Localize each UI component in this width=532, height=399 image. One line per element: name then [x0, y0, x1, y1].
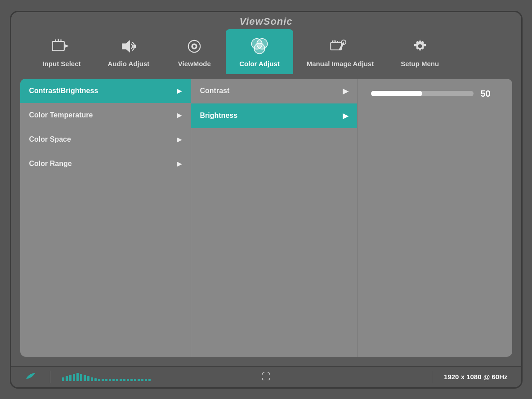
nav-item-viewmode[interactable]: ViewMode [163, 29, 226, 74]
audio-adjust-icon [119, 36, 139, 56]
bar-5 [76, 373, 79, 381]
sub-item-brightness[interactable]: Brightness ▶ [191, 103, 357, 128]
col-middle: Contrast ▶ Brightness ▶ [191, 79, 358, 357]
nav-label-setup-menu: Setup Menu [401, 60, 439, 68]
bar-16 [116, 379, 118, 381]
bar-3 [69, 375, 72, 381]
bar-25 [148, 379, 151, 381]
chevron-right-icon: ▶ [177, 160, 182, 167]
expand-icon[interactable]: ⛶ [262, 372, 271, 382]
bar-10 [94, 378, 97, 381]
menu-item-label-color-range: Color Range [29, 160, 72, 168]
eco-icon [25, 372, 38, 382]
svg-marker-1 [64, 44, 69, 48]
bar-17 [120, 379, 122, 381]
divider-2 [432, 371, 432, 383]
chevron-right-icon: ▶ [177, 112, 182, 119]
bar-4 [73, 374, 75, 381]
divider-1 [50, 371, 50, 383]
input-select-icon [52, 36, 72, 56]
bar-21 [134, 379, 136, 381]
brand-bar: ViewSonic [11, 12, 521, 29]
teal-bars [62, 373, 151, 381]
nav-label-color-adjust: Color Adjust [239, 60, 279, 68]
col-right: 50 [358, 79, 512, 357]
bar-20 [130, 379, 133, 381]
menu-item-contrast-brightness[interactable]: Contrast/Brightness ▶ [20, 79, 191, 103]
monitor-shell: ViewSonic Input Select Audio Adjust [10, 11, 523, 389]
sub-item-label-contrast: Contrast [200, 87, 230, 95]
bar-24 [145, 379, 147, 381]
svg-rect-0 [52, 41, 64, 51]
bar-12 [102, 379, 104, 381]
setup-menu-icon [410, 36, 430, 56]
menu-item-label-color-space: Color Space [29, 135, 71, 143]
col-left: Contrast/Brightness ▶ Color Temperature … [20, 79, 191, 357]
slider-fill [371, 91, 422, 96]
slider-row: 50 [371, 89, 499, 99]
bar-2 [66, 376, 68, 381]
nav-label-manual-image-adjust: Manual Image Adjust [307, 60, 374, 68]
menu-item-color-space[interactable]: Color Space ▶ [20, 127, 191, 152]
bar-23 [141, 379, 143, 381]
chevron-right-icon: ▶ [343, 87, 348, 95]
bar-15 [112, 379, 115, 381]
bar-8 [87, 376, 89, 381]
menu-item-color-temperature[interactable]: Color Temperature ▶ [20, 103, 191, 127]
bar-14 [109, 379, 111, 381]
nav-item-setup-menu[interactable]: Setup Menu [387, 29, 452, 74]
chevron-right-icon: ▶ [177, 136, 182, 143]
chevron-right-icon: ▶ [177, 87, 182, 94]
sub-item-label-brightness: Brightness [200, 112, 238, 120]
nav-label-audio-adjust: Audio Adjust [108, 60, 150, 68]
svg-point-9 [193, 45, 196, 48]
svg-marker-5 [122, 40, 130, 53]
svg-rect-6 [133, 45, 136, 48]
main-content: Contrast/Brightness ▶ Color Temperature … [11, 74, 521, 366]
bar-7 [84, 375, 86, 381]
nav-item-input-select[interactable]: Input Select [29, 29, 94, 74]
manual-image-adjust-icon [330, 36, 350, 56]
bar-11 [98, 379, 100, 381]
bar-9 [91, 377, 93, 381]
chevron-right-icon: ▶ [343, 112, 348, 120]
menu-item-label-contrast-brightness: Contrast/Brightness [29, 87, 98, 95]
nav-item-audio-adjust[interactable]: Audio Adjust [94, 29, 163, 74]
bar-6 [80, 374, 82, 381]
menu-item-label-color-temperature: Color Temperature [29, 111, 93, 119]
status-left [25, 371, 186, 383]
brand-name: ViewSonic [239, 16, 292, 27]
nav-label-viewmode: ViewMode [178, 60, 211, 68]
status-right: 1920 x 1080 @ 60Hz [347, 371, 508, 383]
resolution-text: 1920 x 1080 @ 60Hz [444, 373, 507, 381]
bar-22 [138, 379, 140, 381]
nav-row: Input Select Audio Adjust ViewMode [11, 29, 521, 74]
menu-panel: Contrast/Brightness ▶ Color Temperature … [20, 79, 512, 357]
slider-value: 50 [481, 89, 499, 99]
status-center: ⛶ [186, 372, 347, 382]
bar-13 [105, 379, 107, 381]
sub-item-contrast[interactable]: Contrast ▶ [191, 79, 357, 103]
nav-label-input-select: Input Select [43, 60, 81, 68]
svg-point-13 [254, 43, 264, 54]
bar-1 [62, 377, 64, 381]
nav-item-manual-image-adjust[interactable]: Manual Image Adjust [293, 29, 387, 74]
menu-item-color-range[interactable]: Color Range ▶ [20, 152, 191, 176]
status-bar: ⛶ 1920 x 1080 @ 60Hz [11, 366, 521, 387]
color-adjust-icon [250, 36, 269, 56]
bar-18 [123, 379, 125, 381]
nav-item-color-adjust[interactable]: Color Adjust [226, 29, 293, 74]
viewmode-icon [184, 36, 204, 56]
bar-19 [127, 379, 129, 381]
slider-track[interactable] [371, 91, 474, 96]
svg-point-23 [418, 44, 422, 48]
